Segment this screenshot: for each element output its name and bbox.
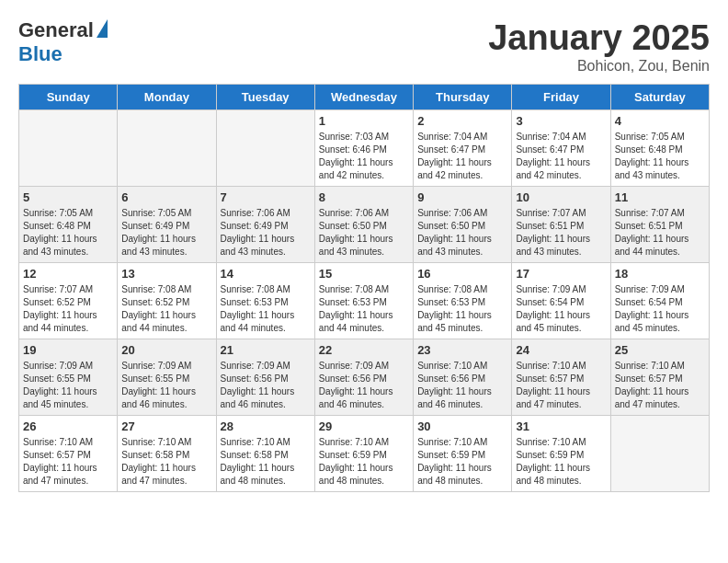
calendar-cell: 23Sunrise: 7:10 AM Sunset: 6:56 PM Dayli… — [414, 339, 512, 416]
day-number: 16 — [417, 267, 507, 281]
weekday-header-saturday: Saturday — [610, 85, 709, 110]
calendar-cell: 5Sunrise: 7:05 AM Sunset: 6:48 PM Daylig… — [19, 187, 118, 263]
day-info: Sunrise: 7:07 AM Sunset: 6:51 PM Dayligh… — [516, 207, 606, 259]
day-number: 26 — [23, 419, 113, 433]
day-info: Sunrise: 7:09 AM Sunset: 6:56 PM Dayligh… — [319, 360, 409, 411]
calendar-cell: 19Sunrise: 7:09 AM Sunset: 6:55 PM Dayli… — [19, 339, 118, 416]
day-number: 20 — [121, 343, 211, 357]
week-row-1: 1Sunrise: 7:03 AM Sunset: 6:46 PM Daylig… — [19, 110, 710, 187]
calendar-cell: 26Sunrise: 7:10 AM Sunset: 6:57 PM Dayli… — [19, 416, 118, 492]
calendar-cell: 6Sunrise: 7:05 AM Sunset: 6:49 PM Daylig… — [118, 187, 216, 263]
day-info: Sunrise: 7:04 AM Sunset: 6:47 PM Dayligh… — [417, 131, 507, 182]
calendar-cell — [610, 416, 709, 492]
calendar-cell: 8Sunrise: 7:06 AM Sunset: 6:50 PM Daylig… — [314, 187, 413, 263]
logo: General Blue — [18, 18, 108, 66]
day-info: Sunrise: 7:10 AM Sunset: 6:59 PM Dayligh… — [319, 436, 409, 488]
day-info: Sunrise: 7:10 AM Sunset: 6:57 PM Dayligh… — [23, 436, 113, 488]
day-number: 25 — [615, 343, 705, 357]
calendar-cell — [118, 110, 216, 187]
week-row-4: 19Sunrise: 7:09 AM Sunset: 6:55 PM Dayli… — [19, 339, 710, 416]
day-number: 21 — [221, 343, 311, 357]
day-number: 2 — [417, 114, 507, 128]
day-number: 31 — [516, 419, 606, 433]
calendar-cell: 25Sunrise: 7:10 AM Sunset: 6:57 PM Dayli… — [610, 339, 709, 416]
calendar-cell: 29Sunrise: 7:10 AM Sunset: 6:59 PM Dayli… — [314, 416, 413, 492]
calendar-cell: 27Sunrise: 7:10 AM Sunset: 6:58 PM Dayli… — [118, 416, 216, 492]
day-info: Sunrise: 7:10 AM Sunset: 6:58 PM Dayligh… — [221, 436, 311, 488]
day-number: 30 — [417, 419, 507, 433]
calendar-cell — [19, 110, 118, 187]
weekday-header-row: SundayMondayTuesdayWednesdayThursdayFrid… — [19, 85, 710, 110]
calendar-cell: 21Sunrise: 7:09 AM Sunset: 6:56 PM Dayli… — [216, 339, 314, 416]
weekday-header-sunday: Sunday — [19, 85, 118, 110]
calendar-cell: 15Sunrise: 7:08 AM Sunset: 6:53 PM Dayli… — [314, 263, 413, 339]
day-info: Sunrise: 7:05 AM Sunset: 6:48 PM Dayligh… — [615, 131, 705, 182]
day-info: Sunrise: 7:06 AM Sunset: 6:50 PM Dayligh… — [417, 207, 507, 259]
day-info: Sunrise: 7:04 AM Sunset: 6:47 PM Dayligh… — [516, 131, 606, 182]
day-info: Sunrise: 7:10 AM Sunset: 6:59 PM Dayligh… — [417, 436, 507, 488]
day-number: 17 — [516, 267, 606, 281]
day-number: 19 — [23, 343, 113, 357]
day-info: Sunrise: 7:08 AM Sunset: 6:53 PM Dayligh… — [417, 283, 507, 335]
day-number: 13 — [121, 267, 211, 281]
day-number: 4 — [615, 114, 705, 128]
weekday-header-friday: Friday — [512, 85, 610, 110]
weekday-header-wednesday: Wednesday — [314, 85, 413, 110]
calendar-cell: 9Sunrise: 7:06 AM Sunset: 6:50 PM Daylig… — [414, 187, 512, 263]
day-number: 8 — [319, 190, 409, 204]
calendar-cell — [216, 110, 314, 187]
day-number: 29 — [319, 419, 409, 433]
calendar-cell: 31Sunrise: 7:10 AM Sunset: 6:59 PM Dayli… — [512, 416, 610, 492]
day-info: Sunrise: 7:05 AM Sunset: 6:49 PM Dayligh… — [121, 207, 211, 259]
day-info: Sunrise: 7:10 AM Sunset: 6:58 PM Dayligh… — [121, 436, 211, 488]
calendar-cell: 24Sunrise: 7:10 AM Sunset: 6:57 PM Dayli… — [512, 339, 610, 416]
day-info: Sunrise: 7:09 AM Sunset: 6:56 PM Dayligh… — [221, 360, 311, 411]
day-number: 12 — [23, 267, 113, 281]
calendar-cell: 11Sunrise: 7:07 AM Sunset: 6:51 PM Dayli… — [610, 187, 709, 263]
calendar-cell: 1Sunrise: 7:03 AM Sunset: 6:46 PM Daylig… — [314, 110, 413, 187]
day-number: 3 — [516, 114, 606, 128]
day-number: 23 — [417, 343, 507, 357]
weekday-header-thursday: Thursday — [414, 85, 512, 110]
calendar-cell: 13Sunrise: 7:08 AM Sunset: 6:52 PM Dayli… — [118, 263, 216, 339]
day-number: 9 — [417, 190, 507, 204]
calendar-cell: 22Sunrise: 7:09 AM Sunset: 6:56 PM Dayli… — [314, 339, 413, 416]
day-info: Sunrise: 7:07 AM Sunset: 6:51 PM Dayligh… — [615, 207, 705, 259]
day-info: Sunrise: 7:10 AM Sunset: 6:57 PM Dayligh… — [615, 360, 705, 411]
calendar-cell: 28Sunrise: 7:10 AM Sunset: 6:58 PM Dayli… — [216, 416, 314, 492]
calendar-cell: 17Sunrise: 7:09 AM Sunset: 6:54 PM Dayli… — [512, 263, 610, 339]
title-block: January 2025 Bohicon, Zou, Benin — [488, 18, 710, 75]
day-info: Sunrise: 7:10 AM Sunset: 6:57 PM Dayligh… — [516, 360, 606, 411]
calendar-cell: 18Sunrise: 7:09 AM Sunset: 6:54 PM Dayli… — [610, 263, 709, 339]
calendar-cell: 20Sunrise: 7:09 AM Sunset: 6:55 PM Dayli… — [118, 339, 216, 416]
day-number: 22 — [319, 343, 409, 357]
day-info: Sunrise: 7:06 AM Sunset: 6:50 PM Dayligh… — [319, 207, 409, 259]
day-number: 1 — [319, 114, 409, 128]
day-info: Sunrise: 7:08 AM Sunset: 6:52 PM Dayligh… — [121, 283, 211, 335]
week-row-2: 5Sunrise: 7:05 AM Sunset: 6:48 PM Daylig… — [19, 187, 710, 263]
location-subtitle: Bohicon, Zou, Benin — [488, 58, 710, 75]
day-info: Sunrise: 7:08 AM Sunset: 6:53 PM Dayligh… — [319, 283, 409, 335]
calendar-cell: 2Sunrise: 7:04 AM Sunset: 6:47 PM Daylig… — [414, 110, 512, 187]
day-info: Sunrise: 7:09 AM Sunset: 6:55 PM Dayligh… — [23, 360, 113, 411]
day-number: 7 — [221, 190, 311, 204]
day-number: 27 — [121, 419, 211, 433]
day-number: 14 — [221, 267, 311, 281]
calendar-cell: 3Sunrise: 7:04 AM Sunset: 6:47 PM Daylig… — [512, 110, 610, 187]
logo-general-text: General — [18, 18, 94, 42]
day-info: Sunrise: 7:10 AM Sunset: 6:56 PM Dayligh… — [417, 360, 507, 411]
calendar-table: SundayMondayTuesdayWednesdayThursdayFrid… — [18, 84, 710, 492]
page-header: General Blue January 2025 Bohicon, Zou, … — [18, 18, 710, 75]
calendar-cell: 30Sunrise: 7:10 AM Sunset: 6:59 PM Dayli… — [414, 416, 512, 492]
calendar-cell: 4Sunrise: 7:05 AM Sunset: 6:48 PM Daylig… — [610, 110, 709, 187]
day-number: 18 — [615, 267, 705, 281]
logo-blue-text: Blue — [18, 42, 63, 66]
month-title: January 2025 — [488, 18, 710, 58]
logo-triangle-icon — [97, 19, 108, 38]
day-info: Sunrise: 7:08 AM Sunset: 6:53 PM Dayligh… — [221, 283, 311, 335]
week-row-5: 26Sunrise: 7:10 AM Sunset: 6:57 PM Dayli… — [19, 416, 710, 492]
calendar-cell: 10Sunrise: 7:07 AM Sunset: 6:51 PM Dayli… — [512, 187, 610, 263]
day-number: 24 — [516, 343, 606, 357]
day-info: Sunrise: 7:09 AM Sunset: 6:54 PM Dayligh… — [615, 283, 705, 335]
day-info: Sunrise: 7:09 AM Sunset: 6:54 PM Dayligh… — [516, 283, 606, 335]
